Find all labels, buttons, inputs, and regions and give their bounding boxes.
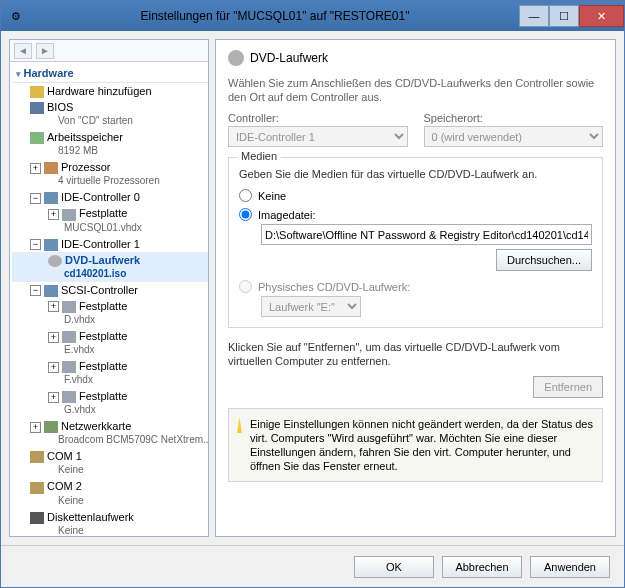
image-path-input[interactable] bbox=[261, 224, 592, 245]
media-fieldset: Medien Geben Sie die Medien für das virt… bbox=[228, 157, 603, 328]
radio-image[interactable] bbox=[239, 208, 252, 221]
detail-panel: DVD-Laufwerk Wählen Sie zum Anschließen … bbox=[215, 39, 616, 537]
category-hardware[interactable]: Hardware bbox=[12, 64, 208, 83]
tree-com1[interactable]: COM 1Keine bbox=[12, 448, 208, 478]
window-icon: ⚙ bbox=[1, 1, 31, 31]
tree-dvd-drive[interactable]: DVD-Laufwerkcd140201.iso bbox=[12, 252, 208, 282]
expand-toggle[interactable]: − bbox=[30, 239, 41, 250]
apply-button[interactable]: Anwenden bbox=[530, 556, 610, 578]
radio-none-label: Keine bbox=[258, 190, 286, 202]
ide-icon bbox=[44, 239, 58, 251]
tree-cpu[interactable]: +Prozessor4 virtuelle Prozessoren bbox=[12, 159, 208, 189]
controller-select[interactable]: IDE-Controller 1 bbox=[228, 126, 408, 147]
cpu-icon bbox=[44, 162, 58, 174]
hardware-tree[interactable]: Hardware Hardware hinzufügen BIOSVon "CD… bbox=[10, 62, 208, 536]
disk-icon bbox=[62, 361, 76, 373]
ide-icon bbox=[44, 192, 58, 204]
location-select[interactable]: 0 (wird verwendet) bbox=[424, 126, 604, 147]
memory-icon bbox=[30, 132, 44, 144]
floppy-icon bbox=[30, 512, 44, 524]
titlebar[interactable]: ⚙ Einstellungen für "MUCSQL01" auf "REST… bbox=[1, 1, 624, 31]
dvd-icon bbox=[48, 255, 62, 267]
tree-scsi-hd1[interactable]: +FestplatteD.vhdx bbox=[12, 298, 208, 328]
location-label: Speicherort: bbox=[424, 112, 604, 124]
com-port-icon bbox=[30, 482, 44, 494]
maximize-button[interactable]: ☐ bbox=[549, 5, 579, 27]
tree-scsi-hd3[interactable]: +FestplatteF.vhdx bbox=[12, 358, 208, 388]
tree-scsi[interactable]: −SCSI-Controller bbox=[12, 282, 208, 298]
tree-ide0-hd[interactable]: +FestplatteMUCSQL01.vhdx bbox=[12, 205, 208, 235]
dialog-footer: OK Abbrechen Anwenden bbox=[1, 545, 624, 587]
disk-icon bbox=[62, 391, 76, 403]
nav-toolbar: ◄ ► bbox=[10, 40, 208, 62]
panel-description: Wählen Sie zum Anschließen des CD/DVD-La… bbox=[228, 72, 603, 112]
disk-icon bbox=[62, 301, 76, 313]
com-port-icon bbox=[30, 451, 44, 463]
tree-ide1[interactable]: −IDE-Controller 1 bbox=[12, 236, 208, 252]
expand-toggle[interactable]: − bbox=[30, 285, 41, 296]
remove-info: Klicken Sie auf "Entfernen", um das virt… bbox=[228, 328, 603, 372]
cancel-button[interactable]: Abbrechen bbox=[442, 556, 522, 578]
minimize-button[interactable]: — bbox=[519, 5, 549, 27]
warning-box: Einige Einstellungen können nicht geände… bbox=[228, 408, 603, 482]
expand-toggle[interactable]: + bbox=[30, 163, 41, 174]
tree-network[interactable]: +NetzwerkkarteBroadcom BCM5709C NetXtrem… bbox=[12, 418, 208, 448]
physical-drive-select[interactable]: Laufwerk "E:" bbox=[261, 296, 361, 317]
expand-toggle[interactable]: + bbox=[48, 301, 59, 312]
tree-floppy[interactable]: DiskettenlaufwerkKeine bbox=[12, 509, 208, 537]
media-info: Geben Sie die Medien für das virtuelle C… bbox=[239, 164, 592, 186]
settings-window: ⚙ Einstellungen für "MUCSQL01" auf "REST… bbox=[0, 0, 625, 588]
tree-scsi-hd4[interactable]: +FestplatteG.vhdx bbox=[12, 388, 208, 418]
close-button[interactable]: ✕ bbox=[579, 5, 624, 27]
warning-text: Einige Einstellungen können nicht geände… bbox=[250, 417, 594, 473]
network-icon bbox=[44, 421, 58, 433]
radio-physical[interactable] bbox=[239, 280, 252, 293]
left-panel: ◄ ► Hardware Hardware hinzufügen BIOSVon… bbox=[9, 39, 209, 537]
controller-label: Controller: bbox=[228, 112, 408, 124]
remove-button[interactable]: Entfernen bbox=[533, 376, 603, 398]
ok-button[interactable]: OK bbox=[354, 556, 434, 578]
radio-none[interactable] bbox=[239, 189, 252, 202]
add-hardware-icon bbox=[30, 86, 44, 98]
disk-icon bbox=[62, 209, 76, 221]
nav-forward-button[interactable]: ► bbox=[36, 43, 54, 59]
radio-physical-label: Physisches CD/DVD-Laufwerk: bbox=[258, 281, 410, 293]
tree-memory[interactable]: Arbeitsspeicher8192 MB bbox=[12, 129, 208, 159]
expand-toggle[interactable]: + bbox=[48, 392, 59, 403]
radio-image-label: Imagedatei: bbox=[258, 209, 315, 221]
expand-toggle[interactable]: + bbox=[48, 209, 59, 220]
expand-toggle[interactable]: + bbox=[48, 332, 59, 343]
scsi-icon bbox=[44, 285, 58, 297]
browse-button[interactable]: Durchsuchen... bbox=[496, 249, 592, 271]
expand-toggle[interactable]: − bbox=[30, 193, 41, 204]
tree-scsi-hd2[interactable]: +FestplatteE.vhdx bbox=[12, 328, 208, 358]
nav-back-button[interactable]: ◄ bbox=[14, 43, 32, 59]
panel-title: DVD-Laufwerk bbox=[250, 51, 328, 65]
expand-toggle[interactable]: + bbox=[48, 362, 59, 373]
bios-icon bbox=[30, 102, 44, 114]
tree-bios[interactable]: BIOSVon "CD" starten bbox=[12, 99, 208, 129]
media-legend: Medien bbox=[237, 150, 281, 162]
expand-toggle[interactable]: + bbox=[30, 422, 41, 433]
tree-add-hardware[interactable]: Hardware hinzufügen bbox=[12, 83, 208, 99]
disk-icon bbox=[62, 331, 76, 343]
dvd-icon bbox=[228, 50, 244, 66]
warning-icon bbox=[237, 417, 242, 433]
tree-ide0[interactable]: −IDE-Controller 0 bbox=[12, 189, 208, 205]
tree-com2[interactable]: COM 2Keine bbox=[12, 478, 208, 508]
window-title: Einstellungen für "MUCSQL01" auf "RESTOR… bbox=[31, 9, 519, 23]
